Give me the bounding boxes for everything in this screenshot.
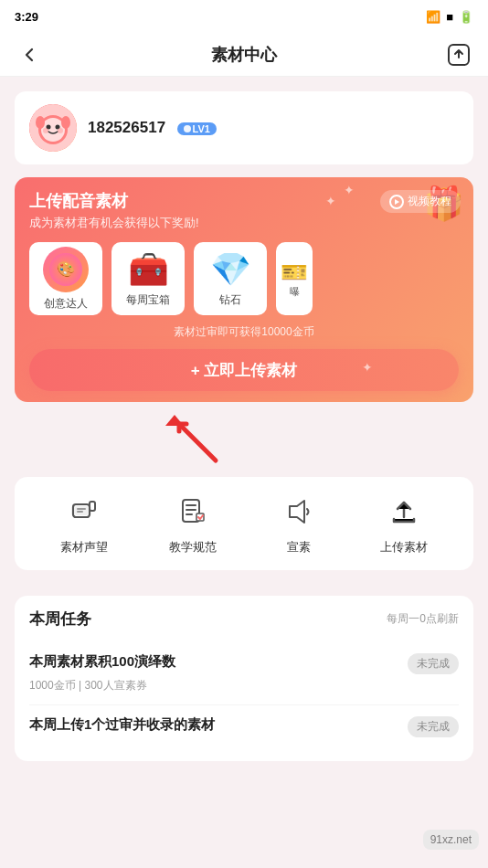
upload-banner: ✦ ✦ ✦ 🎁 视频教程 上传配音素材 成为素材君有机会获得以下奖励! 🎨 [15, 177, 473, 402]
svg-marker-23 [290, 501, 304, 523]
arrow-indicator [161, 406, 473, 470]
level-dot-icon [184, 125, 191, 132]
upload-material-label: 上传素材 [380, 539, 428, 556]
task-2-header: 本周上传1个过审并收录的素材 未完成 [29, 716, 459, 737]
banner-subtitle: 成为素材君有机会获得以下奖励! [29, 215, 459, 231]
material-voice-icon [64, 492, 104, 532]
top-nav: 素材中心 [0, 33, 488, 77]
exposure-label: 曝 [290, 285, 300, 299]
reward-exposure: 🎫 曝 [276, 242, 313, 315]
creative-master-label: 创意达人 [44, 296, 88, 312]
rewards-row: 🎨 创意达人 🧰 每周宝箱 💎 钻石 🎫 曝 [29, 242, 459, 315]
reward-weekly-box: 🧰 每周宝箱 [111, 242, 185, 315]
quick-link-teaching-rules[interactable]: 教学规范 [169, 492, 217, 556]
quick-link-material-voice[interactable]: 素材声望 [60, 492, 108, 556]
svg-rect-15 [77, 508, 86, 510]
creative-master-icon: 🎨 [43, 247, 89, 292]
task-item-1: 本周素材累积100演绎数 未完成 1000金币 | 300人宣素券 [29, 642, 459, 705]
xuan-su-label: 宣素 [287, 539, 311, 556]
svg-point-6 [43, 128, 48, 133]
task-item-2: 本周上传1个过审并收录的素材 未完成 [29, 705, 459, 748]
status-time: 3:29 [15, 10, 38, 24]
upload-button[interactable]: + 立即上传素材 [29, 349, 459, 391]
weekly-box-icon: 🧰 [128, 250, 169, 289]
avatar [29, 104, 77, 152]
tasks-header: 本周任务 每周一0点刷新 [29, 609, 459, 630]
level-badge: LV1 [177, 122, 217, 135]
weekly-box-label: 每周宝箱 [126, 292, 170, 308]
tasks-refresh: 每周一0点刷新 [387, 611, 459, 627]
task-1-name: 本周素材累积100演绎数 [29, 653, 175, 671]
quick-link-xuan-su[interactable]: 宣素 [279, 492, 319, 556]
play-triangle-icon [395, 199, 399, 205]
reward-creative-master: 🎨 创意达人 [29, 242, 102, 315]
user-info-card: 182526517 LV1 [15, 91, 473, 164]
task-2-status: 未完成 [408, 716, 459, 737]
coins-hint: 素材过审即可获得10000金币 [29, 324, 459, 340]
quick-link-upload-material[interactable]: 上传素材 [380, 492, 428, 556]
status-bar: 3:29 📶 ■ 🔋 [0, 0, 488, 33]
svg-rect-16 [77, 511, 83, 513]
task-1-desc: 1000金币 | 300人宣素券 [29, 678, 459, 693]
back-button[interactable] [15, 40, 44, 69]
svg-text:🎨: 🎨 [57, 260, 75, 278]
xuan-su-icon [279, 492, 319, 532]
diamond-label: 钻石 [219, 292, 241, 308]
star2-icon: ✦ [325, 194, 336, 208]
star1-icon: ✦ [344, 183, 355, 197]
svg-point-7 [58, 128, 63, 133]
task-1-header: 本周素材累积100演绎数 未完成 [29, 653, 459, 674]
weekly-tasks-card: 本周任务 每周一0点刷新 本周素材累积100演绎数 未完成 1000金币 | 3… [15, 596, 473, 761]
wifi-icon: ■ [446, 10, 453, 24]
svg-marker-12 [165, 415, 184, 426]
watermark: 91xz.net [423, 830, 479, 850]
tasks-title: 本周任务 [29, 609, 91, 630]
battery-icon: 🔋 [459, 10, 473, 24]
nav-upload-button[interactable] [444, 40, 473, 69]
teaching-rules-icon [173, 492, 213, 532]
svg-rect-17 [90, 502, 95, 511]
task-1-status: 未完成 [408, 653, 459, 674]
user-id: 182526517 [88, 119, 165, 136]
reward-diamond: 💎 钻石 [194, 242, 267, 315]
spacer [15, 583, 473, 596]
teaching-rules-label: 教学规范 [169, 539, 217, 556]
diamond-icon: 💎 [210, 250, 251, 289]
quick-links: 素材声望 教学规范 宣素 [15, 477, 473, 570]
video-tutorial-button[interactable]: 视频教程 [380, 190, 461, 213]
task-2-name: 本周上传1个过审并收录的素材 [29, 716, 215, 734]
svg-point-8 [36, 116, 45, 129]
user-details: 182526517 LV1 [88, 119, 217, 137]
status-icons: 📶 ■ 🔋 [426, 10, 473, 24]
exposure-icon: 🎫 [281, 259, 308, 285]
material-voice-label: 素材声望 [60, 539, 108, 556]
upload-material-icon [384, 492, 424, 532]
svg-point-9 [61, 116, 70, 129]
main-content: 182526517 LV1 ✦ ✦ ✦ 🎁 视频教程 上传配音素材 成为素材君有… [0, 77, 488, 776]
page-title: 素材中心 [211, 44, 277, 66]
star3-icon: ✦ [362, 360, 373, 375]
play-circle-icon [389, 195, 404, 209]
phone-icon: 📶 [426, 10, 440, 24]
